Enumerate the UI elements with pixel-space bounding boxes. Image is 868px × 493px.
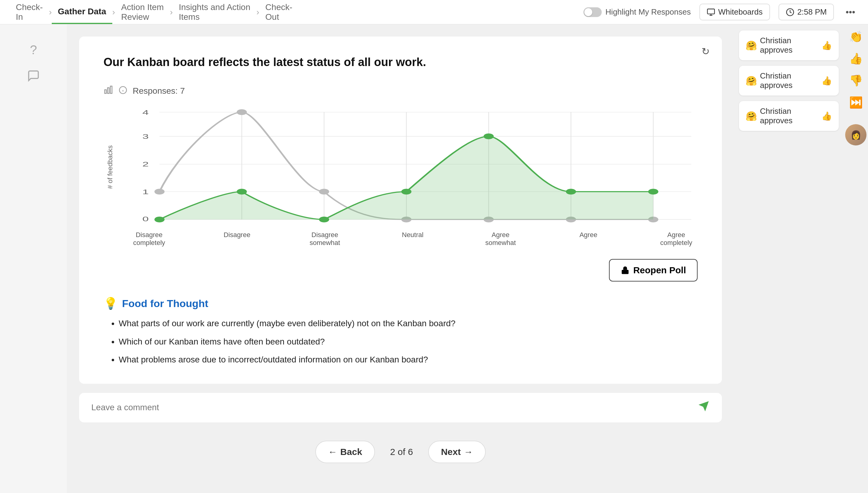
responses-bar: Responses: 7: [104, 85, 698, 97]
back-arrow-icon: ←: [328, 447, 337, 457]
reopen-poll-label: Reopen Poll: [633, 265, 686, 275]
back-label: Back: [340, 447, 362, 457]
x-label-0: Disagree completely: [128, 231, 170, 247]
whiteboards-button[interactable]: Whiteboards: [699, 4, 770, 20]
send-icon: [698, 400, 710, 412]
help-icon[interactable]: ?: [30, 43, 37, 57]
nav-step-gather-data-label: Gather Data: [58, 7, 106, 17]
x-label-6: Agree completely: [655, 231, 698, 247]
svg-point-38: [566, 189, 576, 195]
x-label-5: Agree: [567, 231, 610, 247]
next-button[interactable]: Next →: [428, 441, 486, 463]
svg-text:3: 3: [143, 133, 149, 140]
nav-right-controls: Highlight My Responses Whiteboards 2:58 …: [583, 4, 858, 20]
chat-icon[interactable]: [27, 69, 40, 85]
reaction-icon-0: 👍: [821, 41, 832, 50]
back-button[interactable]: ← Back: [315, 441, 375, 463]
chart-inner: 0 1 2 3 4: [128, 109, 698, 225]
svg-rect-0: [707, 9, 714, 14]
question-title: Our Kanban board reflects the latest sta…: [104, 55, 698, 70]
svg-point-34: [237, 189, 247, 195]
more-button[interactable]: •••: [842, 7, 858, 17]
reaction-emoji-0: 🤗: [746, 40, 757, 51]
food-list: What parts of our work are currently (ma…: [104, 317, 698, 365]
svg-rect-6: [110, 86, 112, 93]
chart-svg: 0 1 2 3 4: [128, 109, 698, 225]
avatar[interactable]: 👩: [845, 124, 867, 146]
svg-text:4: 4: [143, 109, 149, 116]
svg-text:2: 2: [143, 160, 149, 168]
x-label-4: Agree somewhat: [479, 231, 522, 247]
next-arrow-icon: →: [464, 447, 473, 457]
reaction-card-0[interactable]: 🤗 Christian approves 👍: [739, 30, 839, 60]
clock-icon: [786, 8, 794, 17]
nav-step-checkin-label: Check-In: [16, 2, 43, 22]
main-card: ↻ Our Kanban board reflects the latest s…: [79, 37, 722, 384]
reaction-card-2[interactable]: 🤗 Christian approves 👍: [739, 101, 839, 131]
svg-point-36: [402, 189, 411, 195]
nav-step-action-item-review-label: Action ItemReview: [121, 2, 164, 22]
refresh-button[interactable]: ↻: [701, 46, 710, 57]
comment-card: [79, 393, 722, 422]
forward-icon[interactable]: ⏭️: [849, 96, 863, 109]
svg-text:0: 0: [143, 215, 149, 223]
food-item-0: What parts of our work are currently (ma…: [119, 317, 698, 329]
responses-label: Responses: 7: [133, 86, 185, 96]
highlight-label: Highlight My Responses: [605, 7, 691, 17]
pagination-bar: ← Back 2 of 6 Next →: [79, 431, 722, 469]
reactions-column: 🤗 Christian approves 👍 🤗 Christian appro…: [734, 24, 844, 493]
chart-bar-icon: [104, 85, 113, 97]
center-content: ↻ Our Kanban board reflects the latest s…: [67, 24, 734, 493]
food-header: 💡 Food for Thought: [104, 297, 698, 310]
nav-chevron-1: ›: [49, 7, 52, 17]
clap-icon[interactable]: 👏: [849, 30, 863, 43]
send-comment-button[interactable]: [698, 400, 710, 415]
svg-point-35: [319, 217, 329, 222]
reaction-emoji-1: 🤗: [746, 76, 757, 86]
toggle-knob: [584, 8, 592, 16]
food-item-2: What problems arose due to incorrect/out…: [119, 353, 698, 365]
svg-point-26: [154, 189, 164, 195]
reaction-card-1[interactable]: 🤗 Christian approves 👍: [739, 66, 839, 95]
nav-chevron-2: ›: [112, 7, 115, 17]
nav-chevron-3: ›: [170, 7, 173, 17]
chart-container: # of feedbacks 0 1 2 3 4: [104, 109, 698, 225]
whiteboards-label: Whiteboards: [718, 7, 763, 17]
x-label-1: Disagree: [216, 231, 258, 247]
highlight-toggle-container[interactable]: Highlight My Responses: [583, 7, 691, 17]
food-item-1: Which of our Kanban items have often bee…: [119, 336, 698, 347]
page-info: 2 of 6: [381, 441, 422, 463]
thumbs-down-icon[interactable]: 👎: [849, 74, 863, 87]
chart-y-label: # of feedbacks: [106, 146, 114, 189]
reopen-poll-button[interactable]: Reopen Poll: [609, 259, 698, 281]
x-labels: Disagree completely Disagree Disagree so…: [128, 231, 698, 247]
top-navigation: Check-In › Gather Data › Action ItemRevi…: [0, 0, 868, 24]
x-label-3: Neutral: [391, 231, 434, 247]
next-label: Next: [441, 447, 461, 457]
comment-input[interactable]: [91, 403, 692, 412]
reaction-icon-1: 👍: [821, 76, 832, 86]
svg-rect-5: [107, 88, 109, 94]
thumbs-up-icon[interactable]: 👍: [849, 52, 863, 65]
nav-chevron-4: ›: [257, 7, 259, 17]
reaction-icon-2: 👍: [821, 111, 832, 121]
nav-step-insights[interactable]: Insights and ActionItems: [173, 0, 256, 24]
nav-step-action-item-review[interactable]: Action ItemReview: [115, 0, 170, 24]
whiteboard-icon: [707, 8, 715, 17]
highlight-toggle-switch[interactable]: [583, 7, 602, 17]
svg-point-27: [237, 109, 247, 115]
left-sidebar: ?: [0, 24, 67, 493]
svg-rect-40: [622, 270, 628, 274]
nav-step-gather-data[interactable]: Gather Data: [52, 0, 112, 24]
nav-step-checkout[interactable]: Check-Out: [259, 0, 299, 24]
svg-point-28: [319, 189, 329, 195]
svg-point-33: [154, 217, 164, 222]
svg-rect-4: [105, 90, 106, 93]
reaction-text-1: Christian approves: [760, 71, 818, 90]
nav-step-checkin[interactable]: Check-In: [10, 0, 49, 24]
reaction-emoji-2: 🤗: [746, 111, 757, 122]
reaction-text-0: Christian approves: [760, 36, 818, 55]
info-icon: [119, 86, 127, 97]
food-title: Food for Thought: [122, 298, 208, 309]
svg-point-39: [648, 189, 658, 195]
